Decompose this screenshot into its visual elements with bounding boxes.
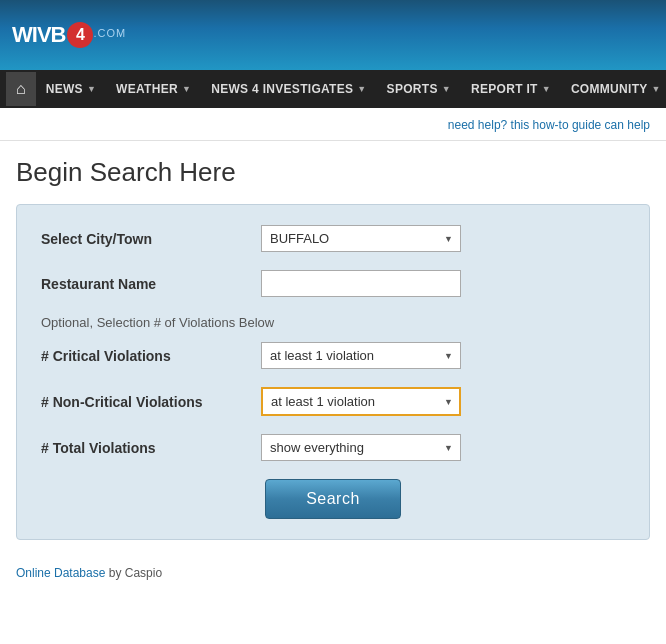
footer-link[interactable]: Online Database (16, 566, 105, 580)
city-label: Select City/Town (41, 231, 261, 247)
critical-label: # Critical Violations (41, 348, 261, 364)
restaurant-label: Restaurant Name (41, 276, 261, 292)
footer: Online Database by Caspio (0, 556, 666, 590)
nav-home-button[interactable]: ⌂ (6, 72, 36, 106)
help-link[interactable]: need help? this how-to guide can help (448, 118, 650, 132)
search-btn-row: Search (41, 479, 625, 519)
logo: WIVB 4 .COM (12, 22, 126, 48)
nav-item-community[interactable]: COMMUNITY ▼ (561, 70, 666, 108)
noncritical-label: # Non-Critical Violations (41, 394, 261, 410)
total-select-wrapper: show everything at least 1 violation at … (261, 434, 461, 461)
nav-item-news[interactable]: NEWS ▼ (36, 70, 106, 108)
total-row: # Total Violations show everything at le… (41, 434, 625, 461)
page-title: Begin Search Here (16, 157, 650, 188)
header: WIVB 4 .COM (0, 0, 666, 70)
nav-weather-arrow: ▼ (182, 84, 191, 94)
nav-investigates-arrow: ▼ (357, 84, 366, 94)
critical-select-wrapper: show everything at least 1 violation at … (261, 342, 461, 369)
critical-select[interactable]: show everything at least 1 violation at … (261, 342, 461, 369)
nav-reportit-arrow: ▼ (542, 84, 551, 94)
city-select-wrapper: BUFFALO AMHERST CHEEKTOWAGA TONAWANDA NI… (261, 225, 461, 252)
main-content: Begin Search Here Select City/Town BUFFA… (0, 141, 666, 556)
nav-item-reportit[interactable]: REPORT IT ▼ (461, 70, 561, 108)
nav-news-arrow: ▼ (87, 84, 96, 94)
navigation: ⌂ NEWS ▼ WEATHER ▼ NEWS 4 INVESTIGATES ▼… (0, 70, 666, 108)
logo-text: WIVB (12, 22, 65, 48)
logo-com: .COM (93, 27, 126, 39)
total-select[interactable]: show everything at least 1 violation at … (261, 434, 461, 461)
nav-item-weather[interactable]: WEATHER ▼ (106, 70, 201, 108)
noncritical-row: # Non-Critical Violations show everythin… (41, 387, 625, 416)
noncritical-select[interactable]: show everything at least 1 violation at … (261, 387, 461, 416)
footer-by: by Caspio (105, 566, 162, 580)
nav-sports-arrow: ▼ (442, 84, 451, 94)
nav-community-arrow: ▼ (652, 84, 661, 94)
nav-item-investigates[interactable]: NEWS 4 INVESTIGATES ▼ (201, 70, 376, 108)
city-select[interactable]: BUFFALO AMHERST CHEEKTOWAGA TONAWANDA NI… (261, 225, 461, 252)
search-button[interactable]: Search (265, 479, 401, 519)
search-form: Select City/Town BUFFALO AMHERST CHEEKTO… (16, 204, 650, 540)
help-bar: need help? this how-to guide can help (0, 108, 666, 141)
restaurant-input[interactable] (261, 270, 461, 297)
nav-item-sports[interactable]: SPORTS ▼ (377, 70, 461, 108)
restaurant-row: Restaurant Name (41, 270, 625, 297)
logo-number: 4 (67, 22, 93, 48)
noncritical-select-wrapper: show everything at least 1 violation at … (261, 387, 461, 416)
total-label: # Total Violations (41, 440, 261, 456)
optional-note: Optional, Selection # of Violations Belo… (41, 315, 625, 330)
city-row: Select City/Town BUFFALO AMHERST CHEEKTO… (41, 225, 625, 252)
critical-row: # Critical Violations show everything at… (41, 342, 625, 369)
